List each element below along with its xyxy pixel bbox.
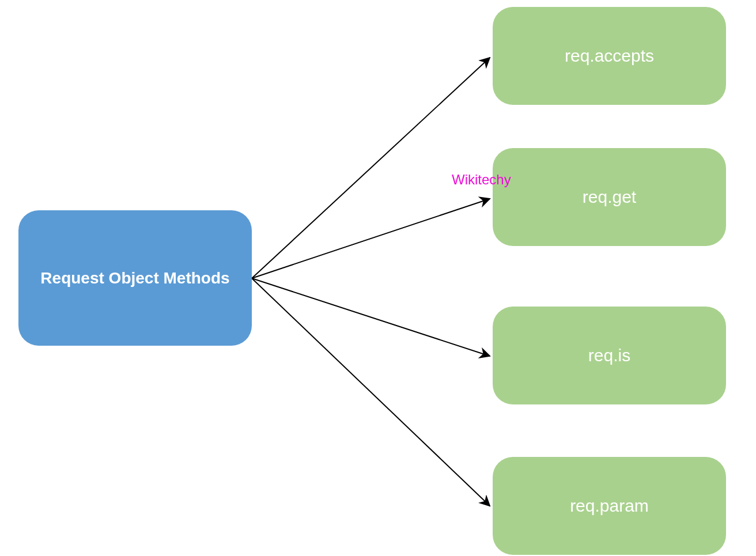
arrow-line-3 [252, 278, 490, 356]
source-node-label: Request Object Methods [40, 269, 229, 288]
target-node-4-label: req.param [570, 496, 649, 516]
target-node-2: req.get [493, 148, 726, 246]
target-node-3-label: req.is [588, 346, 630, 365]
arrow-line-1 [252, 58, 490, 278]
target-node-4: req.param [493, 457, 726, 555]
arrow-line-2 [252, 199, 490, 278]
target-node-1-label: req.accepts [565, 46, 654, 66]
diagram-container: Request Object Methods req.accepts req.g… [0, 0, 756, 556]
source-node: Request Object Methods [18, 210, 252, 346]
target-node-1: req.accepts [493, 7, 726, 105]
watermark-text: Wikitechy [452, 172, 511, 188]
target-node-3: req.is [493, 307, 726, 404]
arrow-line-4 [252, 278, 490, 506]
target-node-2-label: req.get [583, 187, 636, 207]
